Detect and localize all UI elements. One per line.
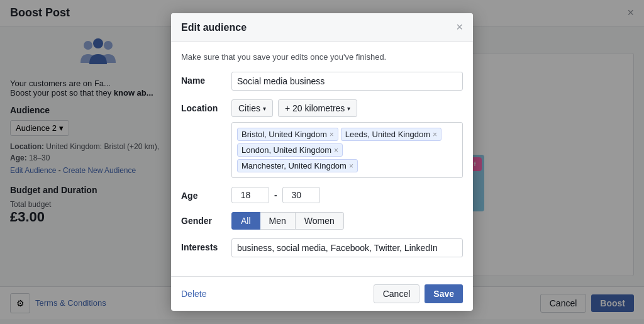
gender-buttons-group: All Men Women	[231, 212, 463, 230]
tag-manchester-remove[interactable]: ×	[349, 162, 353, 170]
tag-london: London, United Kingdom ×	[237, 143, 343, 157]
location-row: Location Cities ▾ + 20 kilometres ▾ Bris…	[181, 99, 463, 178]
interests-label: Interests	[181, 238, 231, 252]
delete-link[interactable]: Delete	[181, 289, 206, 299]
gender-men-button[interactable]: Men	[260, 212, 296, 230]
modal-close-button[interactable]: ×	[456, 21, 463, 34]
name-input[interactable]	[231, 72, 463, 91]
location-controls: Cities ▾ + 20 kilometres ▾	[231, 99, 463, 117]
gender-control: All Men Women	[231, 212, 463, 230]
modal-body: Make sure that you save your edits once …	[171, 42, 473, 276]
tags-row: Bristol, United Kingdom × Leeds, United …	[237, 128, 457, 172]
tag-leeds-remove[interactable]: ×	[433, 130, 437, 139]
interests-input[interactable]	[231, 238, 463, 257]
name-control	[231, 72, 463, 91]
modal-overlay: Edit audience × Make sure that you save …	[0, 0, 644, 324]
gender-women-button[interactable]: Women	[295, 212, 344, 230]
name-label: Name	[181, 72, 231, 86]
modal-save-button[interactable]: Save	[425, 284, 463, 303]
location-control: Cities ▾ + 20 kilometres ▾ Bristol, Unit…	[231, 99, 463, 178]
age-label-modal: Age	[181, 187, 231, 201]
tag-london-remove[interactable]: ×	[334, 146, 338, 155]
location-tags-box[interactable]: Bristol, United Kingdom × Leeds, United …	[231, 122, 463, 178]
age-separator: -	[274, 190, 277, 200]
age-min-input[interactable]	[231, 187, 269, 203]
cities-dropdown[interactable]: Cities ▾	[231, 99, 273, 117]
edit-audience-modal: Edit audience × Make sure that you save …	[171, 13, 473, 311]
modal-header: Edit audience ×	[171, 13, 473, 42]
tag-leeds-label: Leeds, United Kingdom	[345, 130, 430, 139]
tag-bristol-label: Bristol, United Kingdom	[242, 130, 327, 139]
age-control: -	[231, 187, 463, 203]
main-page: Boost Post ×	[0, 0, 644, 324]
modal-title: Edit audience	[181, 22, 247, 33]
modal-subtitle: Make sure that you save your edits once …	[181, 52, 463, 62]
interests-row: Interests	[181, 238, 463, 257]
tag-manchester-label: Manchester, United Kingdom	[242, 161, 347, 170]
km-dropdown[interactable]: + 20 kilometres ▾	[278, 99, 357, 117]
gender-all-button[interactable]: All	[231, 212, 260, 230]
tag-bristol: Bristol, United Kingdom ×	[237, 128, 338, 141]
age-inputs-row: -	[231, 187, 463, 203]
modal-footer: Delete Cancel Save	[171, 276, 473, 311]
gender-label-modal: Gender	[181, 212, 231, 226]
age-row: Age -	[181, 187, 463, 203]
modal-cancel-button[interactable]: Cancel	[374, 284, 420, 303]
gender-row: Gender All Men Women	[181, 212, 463, 230]
tag-leeds: Leeds, United Kingdom ×	[341, 128, 441, 141]
tag-bristol-remove[interactable]: ×	[330, 130, 334, 139]
tag-manchester: Manchester, United Kingdom ×	[237, 159, 358, 172]
interests-control	[231, 238, 463, 257]
footer-buttons: Cancel Save	[374, 284, 463, 303]
age-max-input[interactable]	[282, 187, 320, 203]
name-row: Name	[181, 72, 463, 91]
location-label-modal: Location	[181, 99, 231, 113]
tag-london-label: London, United Kingdom	[242, 145, 331, 155]
